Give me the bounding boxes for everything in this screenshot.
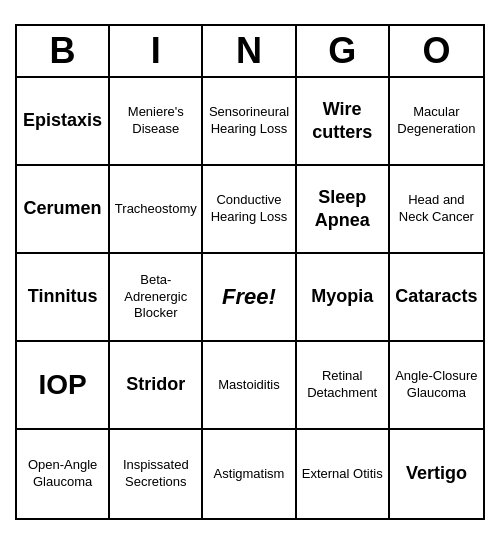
cell-text-12: Free! (222, 283, 276, 312)
bingo-cell-4: Macular Degeneration (390, 78, 483, 166)
bingo-card: BINGO EpistaxisMeniere's DiseaseSensorin… (15, 24, 485, 520)
cell-text-0: Epistaxis (23, 109, 102, 132)
header-letter-n: N (203, 26, 296, 76)
bingo-cell-11: Beta-Adrenergic Blocker (110, 254, 203, 342)
cell-text-16: Stridor (126, 373, 185, 396)
bingo-cell-3: Wire cutters (297, 78, 390, 166)
bingo-cell-18: Retinal Detachment (297, 342, 390, 430)
cell-text-7: Conductive Hearing Loss (207, 192, 290, 226)
cell-text-19: Angle-Closure Glaucoma (394, 368, 479, 402)
bingo-cell-2: Sensorineural Hearing Loss (203, 78, 296, 166)
bingo-cell-23: External Otitis (297, 430, 390, 518)
cell-text-8: Sleep Apnea (301, 186, 384, 233)
bingo-cell-1: Meniere's Disease (110, 78, 203, 166)
bingo-cell-22: Astigmatism (203, 430, 296, 518)
cell-text-11: Beta-Adrenergic Blocker (114, 272, 197, 323)
header-letter-g: G (297, 26, 390, 76)
bingo-cell-5: Cerumen (17, 166, 110, 254)
header-letter-o: O (390, 26, 483, 76)
cell-text-17: Mastoiditis (218, 377, 279, 394)
cell-text-15: IOP (38, 367, 86, 403)
bingo-cell-20: Open-Angle Glaucoma (17, 430, 110, 518)
bingo-cell-12: Free! (203, 254, 296, 342)
bingo-cell-14: Cataracts (390, 254, 483, 342)
cell-text-3: Wire cutters (301, 98, 384, 145)
cell-text-1: Meniere's Disease (114, 104, 197, 138)
bingo-header: BINGO (17, 26, 483, 78)
header-letter-i: I (110, 26, 203, 76)
bingo-cell-6: Tracheostomy (110, 166, 203, 254)
cell-text-2: Sensorineural Hearing Loss (207, 104, 290, 138)
bingo-grid: EpistaxisMeniere's DiseaseSensorineural … (17, 78, 483, 518)
cell-text-24: Vertigo (406, 462, 467, 485)
cell-text-10: Tinnitus (28, 285, 98, 308)
bingo-cell-16: Stridor (110, 342, 203, 430)
bingo-cell-19: Angle-Closure Glaucoma (390, 342, 483, 430)
bingo-cell-0: Epistaxis (17, 78, 110, 166)
cell-text-22: Astigmatism (214, 466, 285, 483)
cell-text-21: Inspissated Secretions (114, 457, 197, 491)
header-letter-b: B (17, 26, 110, 76)
cell-text-5: Cerumen (24, 197, 102, 220)
bingo-cell-24: Vertigo (390, 430, 483, 518)
cell-text-9: Head and Neck Cancer (394, 192, 479, 226)
bingo-cell-17: Mastoiditis (203, 342, 296, 430)
bingo-cell-15: IOP (17, 342, 110, 430)
cell-text-6: Tracheostomy (115, 201, 197, 218)
bingo-cell-10: Tinnitus (17, 254, 110, 342)
bingo-cell-9: Head and Neck Cancer (390, 166, 483, 254)
bingo-cell-21: Inspissated Secretions (110, 430, 203, 518)
cell-text-23: External Otitis (302, 466, 383, 483)
cell-text-14: Cataracts (395, 285, 477, 308)
cell-text-13: Myopia (311, 285, 373, 308)
cell-text-20: Open-Angle Glaucoma (21, 457, 104, 491)
cell-text-4: Macular Degeneration (394, 104, 479, 138)
bingo-cell-13: Myopia (297, 254, 390, 342)
bingo-cell-8: Sleep Apnea (297, 166, 390, 254)
cell-text-18: Retinal Detachment (301, 368, 384, 402)
bingo-cell-7: Conductive Hearing Loss (203, 166, 296, 254)
